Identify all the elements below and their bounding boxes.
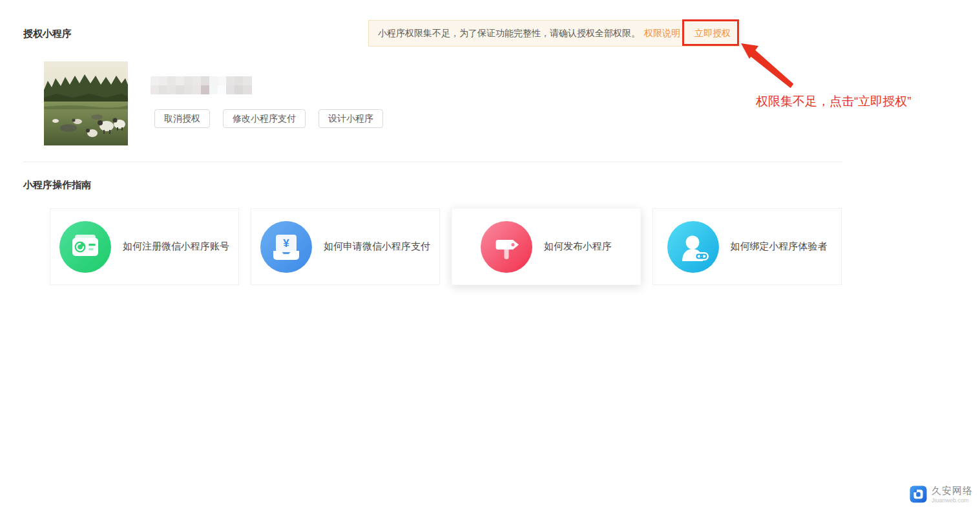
guide-card-label: 如何发布小程序 (544, 240, 612, 253)
section-divider (23, 162, 842, 162)
jiuanweb-watermark: 久安网络 Jiuanweb.com (910, 485, 973, 504)
guide-card-label: 如何绑定小程序体验者 (731, 240, 828, 253)
page: 授权小程序 小程序权限集不足，为了保证功能完整性，请确认授权全部权限。 权限说明… (0, 0, 980, 512)
signpost-icon (481, 221, 532, 273)
authorize-now-link[interactable]: 立即授权 (694, 28, 731, 39)
design-miniprogram-button[interactable]: 设计小程序 (318, 109, 383, 128)
annotation-arrow-icon (738, 41, 803, 92)
modify-payment-button[interactable]: 修改小程序支付 (223, 109, 306, 128)
miniprogram-thumbnail (44, 61, 128, 145)
guide-card-bind-tester[interactable]: 如何绑定小程序体验者 (652, 208, 842, 285)
guide-card-label: 如何申请微信小程序支付 (324, 240, 430, 253)
svg-text:¥: ¥ (283, 237, 289, 250)
guide-section-title: 小程序操作指南 (23, 179, 91, 191)
guide-cards: 如何注册微信小程序账号 ¥ 如何申请微信小程序支付 如何发布小程序 (50, 208, 842, 285)
jiuanweb-logo-icon (910, 485, 927, 503)
brand-name: 久安网络 (932, 485, 973, 496)
user-link-icon (667, 221, 719, 273)
cancel-authorization-button[interactable]: 取消授权 (154, 109, 210, 128)
guide-card-label: 如何注册微信小程序账号 (123, 240, 229, 253)
guide-card-publish[interactable]: 如何发布小程序 (452, 208, 641, 285)
brand-domain: Jiuanweb.com (932, 497, 973, 504)
miniprogram-actions: 取消授权 修改小程序支付 设计小程序 (154, 109, 383, 128)
annotation-text: 权限集不足，点击“立即授权” (756, 93, 912, 110)
account-card-icon (59, 221, 111, 273)
permission-doc-link[interactable]: 权限说明 (644, 28, 680, 39)
guide-card-register-account[interactable]: 如何注册微信小程序账号 (50, 208, 239, 285)
alert-message: 小程序权限集不足，为了保证功能完整性，请确认授权全部权限。 (378, 28, 640, 39)
guide-card-apply-payment[interactable]: ¥ 如何申请微信小程序支付 (251, 208, 440, 285)
payment-inbox-icon: ¥ (260, 221, 312, 273)
page-title: 授权小程序 (23, 28, 72, 40)
miniprogram-name-redacted (151, 76, 252, 94)
permission-alert: 小程序权限集不足，为了保证功能完整性，请确认授权全部权限。 权限说明 立即授权 (368, 20, 740, 47)
